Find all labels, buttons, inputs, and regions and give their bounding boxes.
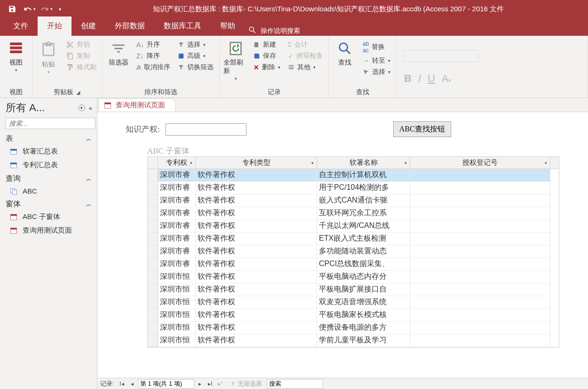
sort-desc-button[interactable]: Z↓降序 xyxy=(134,51,173,61)
nav-collapse-button[interactable]: « xyxy=(89,105,92,112)
find-button[interactable]: 查找 xyxy=(332,38,358,68)
cell-reg-no[interactable] xyxy=(410,309,550,322)
new-record-nav-button[interactable]: ▸* xyxy=(216,379,225,389)
save-record-button[interactable]: 保存 xyxy=(251,51,283,61)
cell-software-name[interactable]: 双麦克语音增强系统 xyxy=(317,296,410,309)
cell-patent-owner[interactable]: 深圳市恒 xyxy=(158,309,196,322)
cell-software-name[interactable]: 学前儿童平板及学习 xyxy=(317,334,410,347)
cell-patent-owner[interactable]: 深圳市恒 xyxy=(158,322,196,334)
filter-drop-icon[interactable]: ▾ xyxy=(405,161,407,165)
cell-patent-type[interactable]: 软件著作权 xyxy=(196,296,317,309)
cell-software-name[interactable]: 多功能随动装置动态 xyxy=(317,245,410,258)
cell-patent-type[interactable]: 软件著作权 xyxy=(196,245,317,258)
cell-reg-no[interactable] xyxy=(410,271,550,284)
row-selector[interactable] xyxy=(148,309,158,322)
table-row[interactable]: 深圳市恒软件著作权学前儿童平板及学习 xyxy=(148,334,559,347)
tab-help[interactable]: 帮助 xyxy=(211,16,245,36)
nav-item-table2[interactable]: 专利汇总表 xyxy=(0,158,97,172)
tab-create[interactable]: 创建 xyxy=(72,16,105,36)
row-selector[interactable] xyxy=(148,271,158,284)
filter-button[interactable]: 筛选器 xyxy=(105,38,132,68)
table-row[interactable]: 深圳市恒软件著作权平板电脑家长模式核 xyxy=(148,309,559,322)
font-combo[interactable] xyxy=(403,50,478,62)
document-tab[interactable]: 查询用测试页面 xyxy=(98,98,176,112)
next-record-button[interactable]: ▸ xyxy=(195,379,205,389)
row-selector[interactable] xyxy=(148,258,158,271)
tellme-label[interactable]: 操作说明搜索 xyxy=(261,27,300,35)
table-row[interactable]: 深圳市恒软件著作权平板电脑动态内存分 xyxy=(148,271,559,284)
format-painter-button[interactable]: 格式刷 xyxy=(64,62,99,73)
paste-button[interactable]: 粘贴 ▾ xyxy=(35,38,62,75)
table-row[interactable]: 深圳市恒软件著作权双麦克语音增强系统 xyxy=(148,296,559,309)
clear-sort-button[interactable]: A̷取消排序 xyxy=(134,62,173,73)
tab-file[interactable]: 文件 xyxy=(4,16,38,36)
col-header-software-name[interactable]: 软著名称▾ xyxy=(317,157,410,169)
nav-item-table1[interactable]: 软著汇总表 xyxy=(0,145,97,158)
cell-software-name[interactable]: 嵌入式CAN通信卡驱 xyxy=(317,194,410,207)
row-selector[interactable] xyxy=(148,284,158,296)
new-record-button[interactable]: 新建 xyxy=(251,40,283,50)
spelling-button[interactable]: ✓拼写检查 xyxy=(285,51,326,61)
nav-section-queries[interactable]: 查询︽ xyxy=(0,172,97,185)
cell-patent-type[interactable]: 软件著作权 xyxy=(196,207,317,220)
tab-home[interactable]: 开始 xyxy=(38,16,72,36)
more-records-button[interactable]: 其他 ▾ xyxy=(285,62,326,73)
select-button[interactable]: 选择 ▾ xyxy=(360,67,393,77)
sort-asc-button[interactable]: A↓升序 xyxy=(134,40,173,50)
cell-reg-no[interactable] xyxy=(410,233,550,245)
cell-patent-type[interactable]: 软件著作权 xyxy=(196,194,317,207)
cell-patent-type[interactable]: 软件著作权 xyxy=(196,284,317,296)
cell-software-name[interactable]: 自主控制计算机双机 xyxy=(317,169,410,182)
cell-software-name[interactable]: 平板电脑扩展接口自 xyxy=(317,284,410,296)
filter-drop-icon[interactable]: ▾ xyxy=(311,161,314,165)
copy-button[interactable]: 复制 xyxy=(64,51,99,61)
first-record-button[interactable]: Ⅰ◂ xyxy=(117,379,127,389)
replace-button[interactable]: abac替换 xyxy=(360,40,393,55)
nav-item-query1[interactable]: ABC xyxy=(0,185,97,197)
cell-patent-owner[interactable]: 深圳市睿 xyxy=(158,245,196,258)
table-row[interactable]: 深圳市睿软件著作权嵌入式CAN通信卡驱 xyxy=(148,194,559,207)
cell-reg-no[interactable] xyxy=(410,322,550,334)
record-search-input[interactable] xyxy=(267,379,323,389)
save-qat-button[interactable] xyxy=(5,2,20,16)
table-row[interactable]: 深圳市睿软件著作权千兆以太网/CAN总线 xyxy=(148,220,559,233)
cell-patent-type[interactable]: 软件著作权 xyxy=(196,220,317,233)
cell-reg-no[interactable] xyxy=(410,194,550,207)
qat-customize[interactable]: ▾ xyxy=(56,2,64,16)
italic-button[interactable]: I xyxy=(418,73,421,85)
col-header-patent-owner[interactable]: 专利权▾ xyxy=(158,157,196,169)
filter-drop-icon[interactable]: ▾ xyxy=(545,161,547,165)
cell-patent-owner[interactable]: 深圳市睿 xyxy=(158,194,196,207)
goto-button[interactable]: →转至 ▾ xyxy=(360,56,393,66)
totals-button[interactable]: Σ合计 xyxy=(285,40,326,50)
selection-filter-button[interactable]: 选择 ▾ xyxy=(175,40,216,50)
cell-patent-owner[interactable]: 深圳市睿 xyxy=(158,207,196,220)
font-color-button[interactable]: A▾ xyxy=(442,73,451,85)
cell-reg-no[interactable] xyxy=(410,207,550,220)
row-selector[interactable] xyxy=(148,334,158,347)
table-row[interactable]: 深圳市睿软件著作权自主控制计算机双机 xyxy=(148,169,559,182)
nav-section-tables[interactable]: 表︽ xyxy=(0,132,97,145)
cell-reg-no[interactable] xyxy=(410,182,550,194)
cell-patent-owner[interactable]: 深圳市睿 xyxy=(158,258,196,271)
cell-patent-owner[interactable]: 深圳市恒 xyxy=(158,296,196,309)
view-button[interactable]: 视图 ▾ xyxy=(3,38,29,73)
row-selector[interactable] xyxy=(148,207,158,220)
ip-search-input[interactable] xyxy=(166,123,246,136)
row-selector[interactable] xyxy=(148,322,158,334)
cell-software-name[interactable]: 千兆以太网/CAN总线 xyxy=(317,220,410,233)
cell-patent-type[interactable]: 软件著作权 xyxy=(196,334,317,347)
row-selector[interactable] xyxy=(148,220,158,233)
last-record-button[interactable]: ▸Ⅰ xyxy=(206,379,215,389)
cell-patent-type[interactable]: 软件著作权 xyxy=(196,271,317,284)
filter-drop-icon[interactable]: ▾ xyxy=(190,161,192,165)
underline-button[interactable]: U xyxy=(428,73,435,85)
cell-software-name[interactable]: ETX嵌入式主板检测 xyxy=(317,233,410,245)
toggle-filter-button[interactable]: 切换筛选 xyxy=(175,62,216,73)
cell-software-name[interactable]: 用于PC/104检测的多 xyxy=(317,182,410,194)
cut-button[interactable]: 剪切 xyxy=(64,40,99,50)
cell-software-name[interactable]: 互联环网冗余工控系 xyxy=(317,207,410,220)
cell-patent-owner[interactable]: 深圳市睿 xyxy=(158,220,196,233)
table-row[interactable]: 深圳市睿软件著作权互联环网冗余工控系 xyxy=(148,207,559,220)
redo-qat-button[interactable]: ▾ xyxy=(39,2,54,16)
